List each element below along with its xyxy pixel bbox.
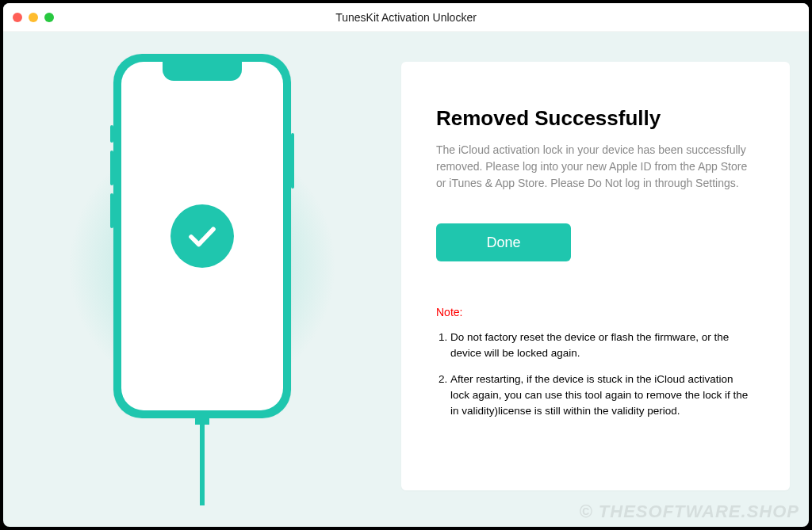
phone-icon — [113, 54, 291, 418]
done-button[interactable]: Done — [436, 223, 571, 261]
titlebar: TunesKit Activation Unlocker — [3, 3, 809, 32]
content-area: Removed Successfully The iCloud activati… — [3, 32, 809, 527]
phone-volume-up-icon — [110, 151, 113, 185]
maximize-icon[interactable] — [44, 13, 54, 22]
cable-connector-icon — [195, 417, 209, 425]
phone-power-button-icon — [291, 133, 294, 189]
app-window: TunesKit Activation Unlocker — [3, 3, 809, 527]
message-panel: Removed Successfully The iCloud activati… — [401, 62, 790, 490]
phone-switch-icon — [110, 125, 113, 143]
minimize-icon[interactable] — [29, 13, 38, 22]
phone-screen — [121, 62, 283, 410]
page-title: Removed Successfully — [436, 106, 755, 131]
done-button-label: Done — [486, 234, 520, 251]
close-icon[interactable] — [13, 13, 22, 22]
note-list: Do not factory reset the device or flash… — [436, 330, 755, 419]
window-title: TunesKit Activation Unlocker — [3, 11, 809, 24]
note-item: After restarting, if the device is stuck… — [450, 372, 755, 420]
traffic-lights — [13, 13, 54, 22]
watermark: © THESOFTWARE.SHOP — [580, 501, 799, 522]
note-item: Do not factory reset the device or flash… — [450, 330, 755, 362]
cable-icon — [200, 418, 205, 505]
description-text: The iCloud activation lock in your devic… — [436, 142, 755, 192]
note-label: Note: — [436, 306, 755, 318]
phone-illustration — [113, 54, 291, 505]
illustration-panel — [3, 32, 401, 527]
phone-notch-icon — [163, 62, 242, 81]
checkmark-icon — [170, 204, 234, 268]
phone-volume-down-icon — [110, 193, 113, 228]
